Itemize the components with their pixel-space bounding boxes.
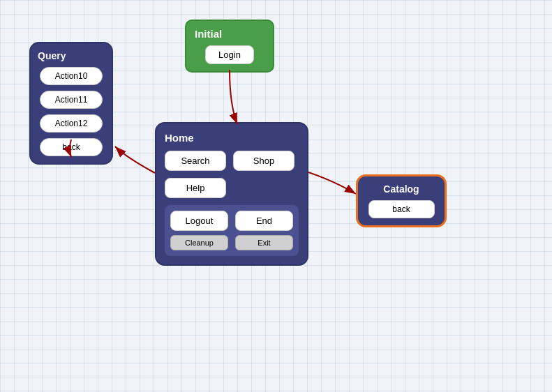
action11-button[interactable]: Action11 bbox=[40, 91, 103, 109]
exit-button[interactable]: Exit bbox=[235, 235, 293, 250]
logout-button[interactable]: Logout bbox=[170, 211, 228, 231]
home-sub-row: Cleanup Exit bbox=[170, 235, 293, 250]
home-row1: Search Shop bbox=[165, 151, 299, 171]
catalog-state: Catalog back bbox=[356, 174, 447, 227]
initial-title: Initial bbox=[193, 28, 266, 40]
initial-state: Initial Login bbox=[185, 20, 274, 73]
query-back-button[interactable]: back bbox=[40, 138, 103, 156]
home-title: Home bbox=[165, 132, 299, 144]
cleanup-button[interactable]: Cleanup bbox=[170, 235, 228, 250]
help-button[interactable]: Help bbox=[165, 178, 226, 198]
home-row3: Logout End bbox=[170, 211, 293, 235]
catalog-back-button[interactable]: back bbox=[368, 200, 435, 218]
shop-button[interactable]: Shop bbox=[233, 151, 294, 171]
home-state: Home Search Shop Help Logout End Cleanup… bbox=[155, 122, 308, 266]
query-state: Query Action10 Action11 Action12 back bbox=[29, 42, 113, 165]
action10-button[interactable]: Action10 bbox=[40, 67, 103, 85]
home-sub-group: Logout End Cleanup Exit bbox=[165, 205, 299, 256]
end-button[interactable]: End bbox=[235, 211, 293, 231]
catalog-title: Catalog bbox=[365, 183, 438, 195]
action12-button[interactable]: Action12 bbox=[40, 114, 103, 133]
query-title: Query bbox=[38, 50, 105, 61]
search-button[interactable]: Search bbox=[165, 151, 226, 171]
home-row2: Help bbox=[165, 178, 299, 198]
login-button[interactable]: Login bbox=[205, 45, 254, 64]
